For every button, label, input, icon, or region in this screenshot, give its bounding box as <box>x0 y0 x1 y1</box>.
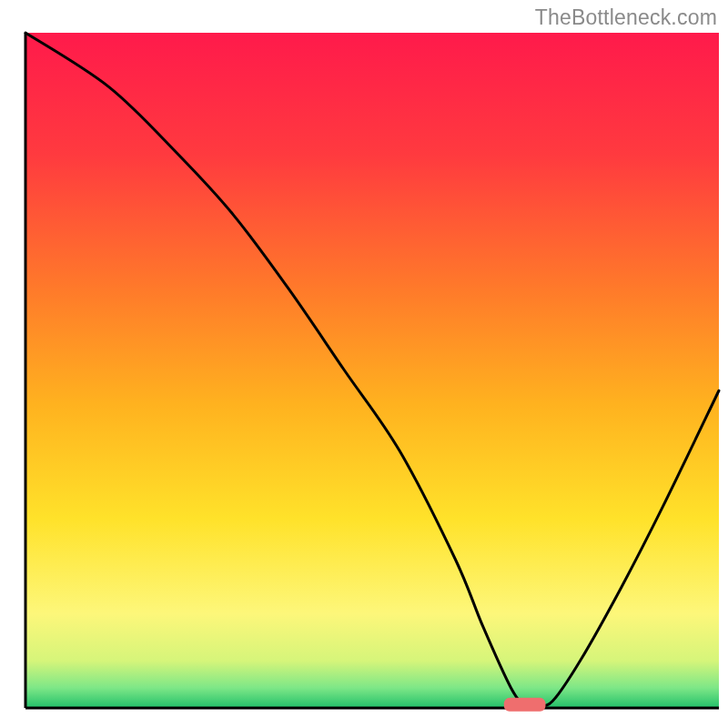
chart-container: TheBottleneck.com <box>0 0 728 728</box>
watermark-text: TheBottleneck.com <box>535 5 717 30</box>
plot-background <box>25 33 719 708</box>
optimal-marker <box>504 698 546 712</box>
chart-svg <box>0 0 728 728</box>
